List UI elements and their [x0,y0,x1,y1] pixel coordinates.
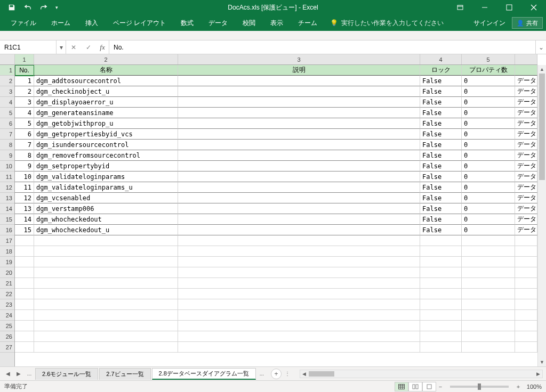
cell-no[interactable]: 5 [15,118,34,129]
cell[interactable] [178,289,420,299]
formula-expand-icon[interactable]: ⌄ [535,40,546,54]
cell-desc[interactable] [178,161,420,172]
tab-ellipsis-left[interactable]: ... [25,369,34,379]
minimize-icon[interactable] [472,0,497,15]
cell[interactable] [515,331,537,342]
ribbon-tab[interactable]: データ [201,15,235,31]
cell[interactable] [178,299,420,310]
cell[interactable] [462,235,515,246]
cell-lock[interactable]: False [420,129,462,140]
tell-me-search[interactable]: 💡 実行したい作業を入力してください [325,19,449,28]
cell[interactable] [462,289,515,299]
cell[interactable] [515,310,537,321]
cell[interactable] [15,299,34,310]
cell[interactable] [462,310,515,321]
zoom-out-button[interactable]: − [436,383,445,390]
row-header[interactable]: 7 [0,129,14,140]
header-cell[interactable]: ロック [420,65,462,76]
cell-name[interactable]: dgm_checkinobject_u [34,86,178,97]
ribbon-tab[interactable]: 挿入 [78,15,106,31]
ribbon-tab[interactable]: ファイル [3,15,44,31]
cell-props[interactable]: 0 [462,97,515,108]
horizontal-scrollbar[interactable]: ◀ ▶ [300,370,543,378]
cell[interactable] [420,342,462,353]
ribbon-tab[interactable]: チーム [291,15,325,31]
signin-link[interactable]: サインイン [467,19,512,28]
cell[interactable] [34,310,178,321]
cell[interactable] [462,321,515,331]
column-header[interactable]: 3 [178,54,420,64]
ribbon-display-icon[interactable] [448,0,472,15]
row-header[interactable]: 16 [0,225,14,235]
cell[interactable] [420,310,462,321]
cell[interactable] [34,299,178,310]
zoom-slider[interactable] [450,386,509,388]
maximize-icon[interactable] [497,0,521,15]
row-header[interactable]: 12 [0,182,14,193]
row-header[interactable]: 27 [0,342,14,353]
cell[interactable] [178,246,420,257]
cell-extra[interactable]: データ [515,118,537,129]
column-header[interactable]: 5 [462,54,515,64]
column-header[interactable] [515,54,537,64]
cell-props[interactable]: 0 [462,172,515,182]
cell[interactable] [15,246,34,257]
cell[interactable] [420,267,462,278]
zoom-level[interactable]: 100% [527,383,542,390]
cell-props[interactable]: 0 [462,150,515,161]
cell[interactable] [515,257,537,267]
fx-icon[interactable]: fx [96,43,109,52]
row-header[interactable]: 3 [0,86,14,97]
sheet-tab[interactable]: 2.8データベースダイアグラム一覧 [152,368,256,380]
cell[interactable] [34,342,178,353]
cell[interactable] [515,289,537,299]
cell-name[interactable]: dgm_vcsenabled [34,193,178,203]
cell-lock[interactable]: False [420,86,462,97]
cell-no[interactable]: 6 [15,129,34,140]
cell[interactable] [420,235,462,246]
row-header[interactable]: 15 [0,214,14,225]
cell-lock[interactable]: False [420,193,462,203]
undo-icon[interactable] [20,1,35,14]
cell-extra[interactable]: データ [515,76,537,86]
cell-no[interactable]: 3 [15,97,34,108]
cell-extra[interactable]: データ [515,203,537,214]
cell-name[interactable]: dgm_whocheckedout_u [34,225,178,235]
cell-desc[interactable] [178,108,420,118]
cell-props[interactable]: 0 [462,86,515,97]
tab-nav-first-icon[interactable]: ◀ [3,369,13,379]
cell[interactable] [34,267,178,278]
header-cell[interactable] [515,65,537,76]
cell-desc[interactable] [178,182,420,193]
cell-no[interactable]: 2 [15,86,34,97]
cell-props[interactable]: 0 [462,193,515,203]
cell-props[interactable]: 0 [462,118,515,129]
cell-extra[interactable]: データ [515,108,537,118]
cell-name[interactable]: dgm_validateloginparams_u [34,182,178,193]
zoom-thumb[interactable] [478,383,481,390]
cell-extra[interactable]: データ [515,214,537,225]
cell[interactable] [178,257,420,267]
vertical-scrollbar[interactable]: ▲ ▼ [537,65,546,366]
tab-ellipsis-right[interactable]: ... [257,369,267,379]
cell-desc[interactable] [178,76,420,86]
redo-icon[interactable] [36,1,51,14]
sheet-tab[interactable]: 2.6モジュール一覧 [35,368,98,380]
cell[interactable] [15,331,34,342]
cell-props[interactable]: 0 [462,129,515,140]
cell[interactable] [15,289,34,299]
cell[interactable] [462,267,515,278]
share-button[interactable]: 👤 共有 [512,17,543,29]
add-sheet-button[interactable]: + [271,369,282,379]
cell-desc[interactable] [178,140,420,150]
cell-props[interactable]: 0 [462,214,515,225]
ribbon-tab[interactable]: 表示 [263,15,291,31]
page-layout-view-icon[interactable] [408,382,422,391]
cell-extra[interactable]: データ [515,225,537,235]
cell-extra[interactable]: データ [515,150,537,161]
ribbon-tab[interactable]: ホーム [44,15,78,31]
row-header[interactable]: 19 [0,257,14,267]
cell-lock[interactable]: False [420,172,462,182]
cell-name[interactable]: dgm_addtosourcecontrol [34,76,178,86]
cell-no[interactable]: 8 [15,150,34,161]
